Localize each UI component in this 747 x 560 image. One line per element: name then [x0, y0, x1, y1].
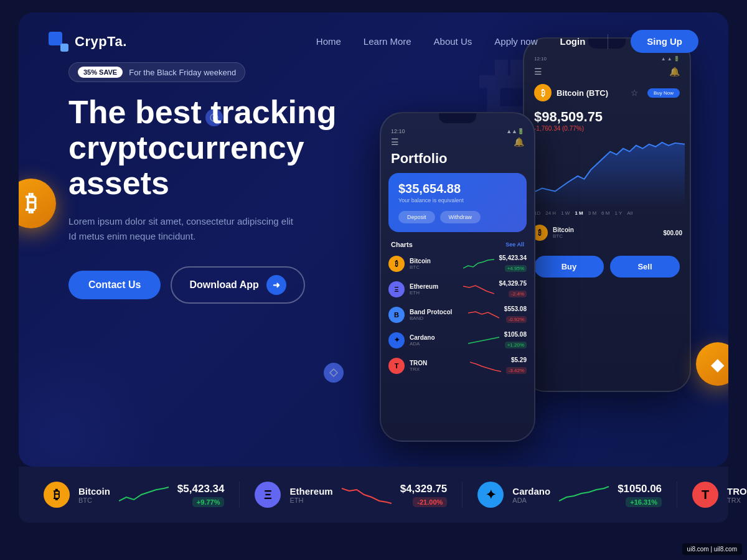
- watermark: ui8.com | uil8.com: [682, 543, 742, 555]
- svg-marker-2: [330, 369, 337, 376]
- deposit-button[interactable]: Deposit: [398, 211, 435, 223]
- nav-apply-now[interactable]: Apply now: [494, 36, 537, 47]
- sale-text: For the Black Friday weekend: [129, 68, 236, 77]
- back-coin-row: ₿ Bitcoin BTC $00.00: [524, 221, 690, 245]
- stat-cardano: ✦ Cardano ADA $1050.06 +16.31%: [463, 482, 677, 508]
- logo-area: CrypTa.: [49, 32, 127, 52]
- logo-square-big: [49, 32, 62, 45]
- portfolio-label: Your balance is equivalent: [398, 197, 517, 203]
- logo-icon: [49, 32, 68, 52]
- phone-front-header: 12:10 ▲▲🔋: [381, 123, 534, 137]
- portfolio-band-row: B Band Protocol BAND $553.08 -0.92%: [381, 302, 534, 327]
- stat-tron: T TRON TRX $05.294 -16.58%: [677, 482, 747, 508]
- hero-title: The best tracking cryptocurrency assets: [68, 95, 367, 202]
- portfolio-eth-row: Ξ Ethereum ETH $4,329.75 -2.4%: [381, 276, 534, 302]
- btc-icon: ₿: [534, 84, 552, 101]
- stat-ada-chart: [559, 483, 609, 506]
- buy-button[interactable]: Buy: [534, 256, 604, 278]
- btc-mini-chart: [463, 257, 494, 271]
- back-menu-icon: ☰: [534, 67, 542, 77]
- btc-coin-row: ₿ Bitcoin (BTC) ☆ Buy Now: [524, 79, 690, 106]
- portfolio-ada-row: ✦ Cardano ADA $105.08 +1.20%: [381, 327, 534, 353]
- hero-buttons: Contact Us Download App ➜: [68, 266, 367, 304]
- phone-front-portfolio: 12:10 ▲▲🔋 ☰ 🔔 Portfolio $35,654.88 Your …: [380, 112, 535, 442]
- nav-login[interactable]: Login: [560, 36, 586, 47]
- btc-coin-name: Bitcoin (BTC): [557, 88, 608, 98]
- portfolio-card: $35,654.88 Your balance is equivalent De…: [388, 173, 527, 232]
- stat-eth-icon: Ξ: [255, 482, 281, 508]
- trx-mini-chart: [470, 359, 501, 373]
- btc-price: $98,509.75: [534, 109, 680, 125]
- hero-content: 35% SAVE For the Black Friday weekend Th…: [68, 62, 367, 304]
- portfolio-title-section: Portfolio: [381, 148, 534, 173]
- stats-bar: ₿ Bitcoin BTC $5,423.34 +9.77% Ξ Ethereu…: [19, 467, 728, 523]
- portfolio-trx-row: T TRON TRX $5.29 -3.42%: [381, 353, 534, 378]
- ada-mini-chart: [468, 334, 499, 347]
- stat-ethereum: Ξ Ethereum ETH $4,329.75 -21.00%: [240, 482, 463, 508]
- stat-trx-icon: T: [692, 482, 718, 508]
- portfolio-btc-row: ₿ Bitcoin BTC $5,423.34 +4.95%: [381, 251, 534, 276]
- btc-favorite-icon: ☆: [631, 88, 639, 98]
- btc-chart-area: [524, 134, 690, 209]
- time-filters: 1D 24 H 1 W 1 M 3 M 6 M 1 Y All: [524, 209, 690, 221]
- portfolio-coin-list: ₿ Bitcoin BTC $5,423.34 +4.95%: [381, 251, 534, 378]
- stat-btc-icon: ₿: [44, 482, 70, 508]
- hero-section: ₿ ₿ ◆ CrypTa. Home: [19, 12, 728, 467]
- contact-us-button[interactable]: Contact Us: [68, 271, 161, 299]
- charts-label-row: Charts See All: [381, 238, 534, 251]
- btc-price-section: $98,509.75 -1,760.34 (0.77%): [524, 106, 690, 134]
- signup-button[interactable]: Sing Up: [631, 30, 698, 53]
- float-dot-eth: [324, 363, 344, 383]
- logo-square-small: [60, 44, 68, 52]
- nav-divider: [608, 34, 608, 49]
- phone-back-bitcoin: 12:10 ▲ ▲ 🔋 ☰ 🔔 ₿ Bitcoin (BTC) ☆ Buy No…: [523, 37, 691, 392]
- eth-mini-chart: [463, 282, 494, 296]
- portfolio-amount: $35,654.88: [398, 182, 517, 196]
- band-mini-chart: [468, 308, 499, 322]
- nav-about-us[interactable]: About Us: [434, 36, 472, 47]
- stat-eth-chart: [342, 483, 392, 506]
- download-app-button[interactable]: Download App ➜: [171, 266, 304, 304]
- nav-learn-more[interactable]: Learn More: [364, 36, 411, 47]
- front-menu-icon: ☰: [391, 137, 399, 147]
- portfolio-title: Portfolio: [391, 151, 524, 167]
- sale-badge: 35% SAVE For the Black Friday weekend: [68, 62, 245, 82]
- download-arrow-icon: ➜: [266, 275, 286, 295]
- withdraw-button[interactable]: Withdraw: [440, 211, 481, 223]
- portfolio-buttons: Deposit Withdraw: [398, 211, 517, 223]
- sell-button[interactable]: Sell: [610, 256, 680, 278]
- stat-ada-icon: ✦: [477, 482, 504, 508]
- navbar: CrypTa. Home Learn More About Us Apply n…: [19, 12, 728, 53]
- nav-home[interactable]: Home: [316, 36, 341, 47]
- buy-sell-row: Buy Sell: [524, 251, 690, 282]
- stat-bitcoin: ₿ Bitcoin BTC $5,423.34 +9.77%: [44, 482, 240, 508]
- main-wrapper: ₿ ₿ ◆ CrypTa. Home: [0, 0, 747, 560]
- stat-btc-chart: [119, 483, 169, 506]
- phones-area: 12:10 ▲ ▲ 🔋 ☰ 🔔 ₿ Bitcoin (BTC) ☆ Buy No…: [342, 37, 703, 442]
- btc-buy-badge: Buy Now: [647, 88, 680, 98]
- hero-description: Lorem ipsum dolor sit amet, consectetur …: [68, 214, 367, 244]
- front-bell-icon: 🔔: [514, 137, 524, 147]
- nav-links: Home Learn More About Us Apply now Login…: [316, 30, 698, 53]
- bg-circle-1: [19, 342, 156, 467]
- back-bell-icon: 🔔: [669, 67, 680, 77]
- btc-price-change: -1,760.34 (0.77%): [534, 125, 680, 132]
- phone-front-notch: [439, 113, 476, 123]
- floating-bitcoin-coin: ₿: [19, 179, 56, 228]
- see-all-link[interactable]: See All: [505, 241, 524, 248]
- logo-text: CrypTa.: [75, 34, 127, 50]
- sale-pill: 35% SAVE: [78, 67, 123, 78]
